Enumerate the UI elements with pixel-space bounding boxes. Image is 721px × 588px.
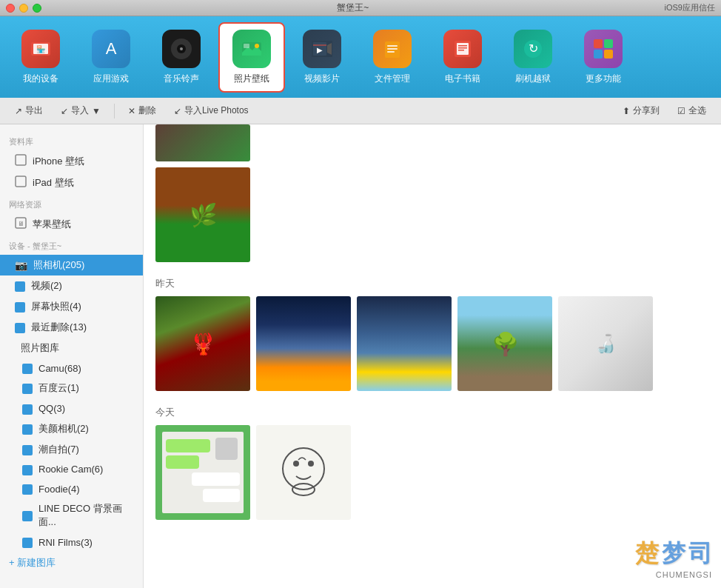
sidebar-item-linedeco[interactable]: LINE DECO 背景画面...: [0, 498, 143, 532]
svg-rect-17: [387, 45, 398, 47]
photo-thumbnail[interactable]: 🦞: [155, 296, 250, 391]
add-library-button[interactable]: + 新建图库: [0, 552, 143, 574]
photo-content: 🌳: [457, 296, 552, 391]
sidebar-item-meipai[interactable]: 美颜相机(2): [0, 418, 143, 439]
separator-1: [114, 104, 115, 118]
svg-rect-31: [16, 155, 26, 165]
camu-icon: [22, 362, 33, 374]
share-button[interactable]: ⬆ 分享到: [615, 101, 667, 120]
apple-wallpaper-icon: 🖥: [15, 217, 27, 231]
select-all-button[interactable]: ☑ 全选: [670, 101, 714, 120]
nav-item-mydevice[interactable]: 🏪我的设备: [7, 22, 74, 93]
watermark-sub: CHUMENGSI: [635, 570, 712, 579]
import-dropdown-icon: ▼: [92, 106, 101, 116]
sidebar-item-qq[interactable]: QQ(3): [0, 398, 143, 418]
fullscreen-button[interactable]: [33, 4, 41, 13]
main-layout: 资料库iPhone 壁纸iPad 壁纸网络资源🖥苹果壁纸设备 - 蟹堡王~📷照相…: [0, 124, 721, 588]
sidebar-label-qq: QQ(3): [38, 403, 65, 414]
photo-thumbnail[interactable]: 🌿: [155, 167, 250, 262]
svg-text:↻: ↻: [529, 42, 538, 55]
nav-item-music[interactable]: 音乐铃声: [148, 22, 215, 93]
sidebar-item-camu[interactable]: Camu(68): [0, 358, 143, 378]
sidebar-item-rni[interactable]: RNI Films(3): [0, 532, 143, 552]
delete-button[interactable]: ✕ 删除: [121, 101, 164, 120]
svg-text:🏪: 🏪: [36, 44, 46, 54]
appstore-icon: A: [92, 30, 130, 68]
svg-rect-38: [192, 472, 240, 486]
sidebar-item-foodie[interactable]: Foodie(4): [0, 479, 143, 498]
traffic-lights[interactable]: [6, 4, 41, 13]
photo-thumbnail[interactable]: [155, 425, 250, 520]
nav-item-appstore[interactable]: A应用游戏: [78, 22, 144, 93]
sidebar-item-recently-deleted[interactable]: 最近删除(13): [0, 317, 143, 338]
photo-thumbnail[interactable]: [256, 425, 351, 520]
sidebar-item-ipad-wallpaper[interactable]: iPad 壁纸: [0, 172, 143, 193]
svg-rect-29: [594, 50, 603, 59]
sidebar-item-screenshot[interactable]: 屏幕快照(4): [0, 296, 143, 317]
jailbreak-icon: ↻: [514, 30, 552, 68]
nav-label-more: 更多功能: [586, 73, 621, 85]
nav-item-photos[interactable]: 照片壁纸: [218, 22, 285, 93]
photo-thumbnail[interactable]: [256, 296, 351, 391]
sidebar-item-apple-wallpaper[interactable]: 🖥苹果壁纸: [0, 213, 143, 235]
import-live-label: 导入Live Photos: [184, 104, 249, 117]
svg-rect-32: [16, 176, 26, 187]
nav-label-music: 音乐铃声: [164, 73, 199, 85]
sidebar-item-iphone-wallpaper[interactable]: iPhone 壁纸: [0, 150, 143, 172]
minimize-button[interactable]: [19, 4, 28, 13]
nav-label-photos: 照片壁纸: [234, 73, 269, 85]
sidebar-item-photo-library[interactable]: 照片图库: [0, 338, 143, 358]
iphone-wallpaper-icon: [15, 154, 27, 168]
sidebar-label-video: 视频(2): [31, 279, 62, 293]
svg-rect-36: [166, 439, 210, 452]
date-section-label: 今天: [155, 397, 709, 425]
sidebar-item-camera[interactable]: 📷照相机(205): [0, 255, 143, 275]
sidebar-item-chaoji[interactable]: 潮自拍(7): [0, 439, 143, 460]
qq-icon: [22, 402, 33, 414]
svg-rect-30: [604, 50, 613, 59]
photo-content: [256, 296, 351, 391]
photo-content: [155, 425, 250, 520]
nav-item-ebook[interactable]: 电子书籍: [429, 22, 496, 93]
photo-grid: 🦞🌳🍶: [155, 296, 709, 397]
files-icon: [373, 30, 412, 68]
nav-label-files: 文件管理: [375, 73, 410, 85]
export-button[interactable]: ↗ 导出: [7, 101, 50, 120]
share-label: 分享到: [633, 104, 660, 117]
sidebar-item-video[interactable]: 视频(2): [0, 275, 143, 296]
sidebar-label-screenshot: 屏幕快照(4): [31, 300, 81, 313]
nav-item-video[interactable]: ▶视频影片: [289, 22, 355, 93]
svg-rect-18: [387, 48, 398, 50]
photo-thumbnail[interactable]: 🍶: [558, 296, 653, 391]
nav-item-jailbreak[interactable]: ↻刷机越狱: [500, 22, 566, 93]
import-live-icon: ↙: [174, 106, 181, 116]
toolbar: ↗ 导出 ↙ 导入 ▼ ✕ 删除 ↙ 导入Live Photos ⬆ 分享到 ☑…: [0, 98, 721, 124]
camera-icon: 📷: [15, 259, 27, 271]
nav-label-jailbreak: 刷机越狱: [515, 73, 551, 85]
import-button[interactable]: ↙ 导入 ▼: [53, 101, 108, 120]
sidebar: 资料库iPhone 壁纸iPad 壁纸网络资源🖥苹果壁纸设备 - 蟹堡王~📷照相…: [0, 124, 144, 588]
share-icon: ⬆: [623, 106, 630, 116]
export-label: 导出: [25, 104, 43, 117]
sidebar-label-foodie: Foodie(4): [38, 484, 80, 495]
export-icon: ↗: [15, 106, 22, 116]
sidebar-item-rookie[interactable]: Rookie Cam(6): [0, 460, 143, 479]
nav-item-more[interactable]: 更多功能: [570, 22, 637, 93]
watermark-main: 楚梦司: [635, 538, 712, 570]
photo-content: 🦞: [155, 296, 250, 391]
sidebar-label-apple-wallpaper: 苹果壁纸: [33, 218, 71, 231]
photos-icon: [232, 30, 271, 68]
chaoji-icon: [22, 443, 33, 455]
rni-icon: [22, 536, 33, 548]
close-button[interactable]: [6, 4, 15, 13]
nav-item-files[interactable]: 文件管理: [359, 22, 426, 93]
photo-thumbnail[interactable]: [357, 296, 452, 391]
music-icon: [162, 30, 201, 68]
svg-rect-27: [594, 39, 603, 48]
photo-thumbnail[interactable]: 🌳: [457, 296, 552, 391]
ipad-wallpaper-icon: [15, 176, 27, 190]
import-live-button[interactable]: ↙ 导入Live Photos: [167, 101, 256, 120]
sidebar-label-recently-deleted: 最近删除(13): [31, 321, 87, 334]
sidebar-label-photo-library: 照片图库: [21, 341, 59, 355]
sidebar-item-baiduyun[interactable]: 百度云(1): [0, 378, 143, 398]
